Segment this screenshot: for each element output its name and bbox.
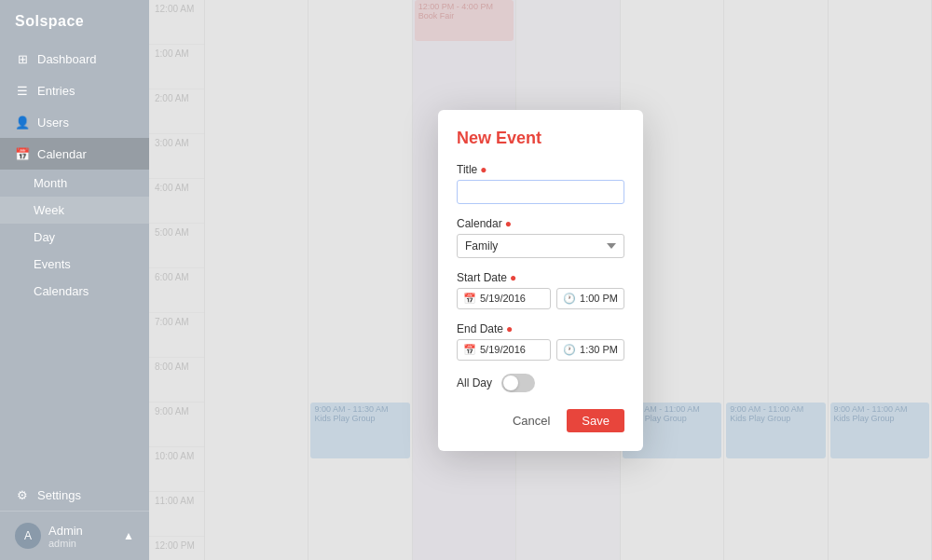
- save-button[interactable]: Save: [567, 409, 624, 432]
- all-day-label: All Day: [457, 376, 492, 389]
- start-date-field-group: Start Date ● 📅 5/19/2016 🕐 1:00 PM: [457, 271, 624, 309]
- sidebar-item-calendar[interactable]: 📅 Calendar: [0, 138, 149, 170]
- sidebar-sub-calendars[interactable]: Calendars: [0, 278, 149, 305]
- sidebar-nav: ⊞ Dashboard ☰ Entries 👤 Users 📅 Calendar…: [0, 43, 149, 511]
- start-date-time-row: 📅 5/19/2016 🕐 1:00 PM: [457, 288, 624, 309]
- clock-icon-2: 🕐: [563, 344, 576, 356]
- calendar-small-icon-2: 📅: [463, 344, 476, 356]
- footer-role: admin: [48, 538, 116, 549]
- sidebar-sub-week[interactable]: Week: [0, 197, 149, 224]
- title-required: ●: [480, 163, 487, 176]
- sidebar-sub-day[interactable]: Day: [0, 224, 149, 251]
- sidebar-item-dashboard[interactable]: ⊞ Dashboard: [0, 43, 149, 75]
- title-label: Title ●: [457, 163, 624, 176]
- end-date-required: ●: [506, 322, 513, 335]
- users-icon: 👤: [15, 115, 30, 130]
- sidebar-item-label: Dashboard: [37, 52, 97, 66]
- calendar-label: Calendar ●: [457, 217, 624, 230]
- end-date-field-group: End Date ● 📅 5/19/2016 🕐 1:30 PM: [457, 322, 624, 361]
- sidebar-item-label: Users: [37, 116, 69, 130]
- all-day-toggle[interactable]: [501, 374, 535, 392]
- footer-username: Admin: [48, 524, 116, 538]
- app-logo: Solspace: [0, 0, 149, 43]
- sidebar-item-users[interactable]: 👤 Users: [0, 106, 149, 138]
- end-date-input[interactable]: 📅 5/19/2016: [457, 339, 551, 361]
- clock-icon: 🕐: [563, 293, 576, 305]
- title-field-group: Title ●: [457, 163, 624, 204]
- sidebar-item-label: Entries: [37, 84, 75, 98]
- calendar-field-group: Calendar ● Family Work Personal Sports: [457, 217, 624, 258]
- main-area: 12:00 AM 1:00 AM 2:00 AM 3:00 AM 4:00 AM…: [149, 0, 932, 560]
- sidebar-item-entries[interactable]: ☰ Entries: [0, 75, 149, 106]
- sidebar-item-label: Settings: [37, 488, 81, 502]
- sidebar: Solspace ⊞ Dashboard ☰ Entries 👤 Users 📅…: [0, 0, 149, 560]
- grid-icon: ⊞: [15, 51, 30, 66]
- footer-info: Admin admin: [48, 524, 116, 549]
- sidebar-item-settings[interactable]: ⚙ Settings: [0, 479, 149, 511]
- sidebar-sub-month[interactable]: Month: [0, 170, 149, 197]
- start-date-required: ●: [510, 271, 516, 284]
- cancel-button[interactable]: Cancel: [503, 409, 559, 432]
- sidebar-item-label: Calendar: [37, 147, 87, 161]
- avatar: A: [15, 523, 41, 549]
- start-time-input[interactable]: 🕐 1:00 PM: [556, 288, 624, 309]
- modal-title: New Event: [457, 129, 624, 148]
- end-date-label: End Date ●: [457, 322, 624, 335]
- modal-footer: Cancel Save: [457, 409, 624, 432]
- gear-icon: ⚙: [15, 487, 30, 502]
- end-date-value: 5/19/2016: [480, 344, 526, 355]
- new-event-modal: New Event Title ● Calendar ● Family Work…: [438, 110, 643, 451]
- end-date-time-row: 📅 5/19/2016 🕐 1:30 PM: [457, 339, 624, 361]
- modal-overlay: New Event Title ● Calendar ● Family Work…: [149, 0, 932, 560]
- calendar-small-icon: 📅: [463, 293, 476, 305]
- start-time-value: 1:00 PM: [580, 293, 618, 304]
- list-icon: ☰: [15, 83, 30, 98]
- calendar-select[interactable]: Family Work Personal Sports: [457, 234, 624, 258]
- all-day-row: All Day: [457, 374, 624, 392]
- start-date-label: Start Date ●: [457, 271, 624, 284]
- sidebar-footer: A Admin admin ▲: [0, 511, 149, 560]
- start-date-value: 5/19/2016: [480, 293, 526, 304]
- start-date-input[interactable]: 📅 5/19/2016: [457, 288, 551, 309]
- end-time-input[interactable]: 🕐 1:30 PM: [556, 339, 624, 361]
- calendar-icon: 📅: [15, 146, 30, 161]
- title-input[interactable]: [457, 180, 624, 204]
- calendar-required: ●: [505, 217, 512, 230]
- end-time-value: 1:30 PM: [580, 344, 618, 355]
- sidebar-sub-events[interactable]: Events: [0, 251, 149, 278]
- chevron-up-icon: ▲: [123, 529, 134, 542]
